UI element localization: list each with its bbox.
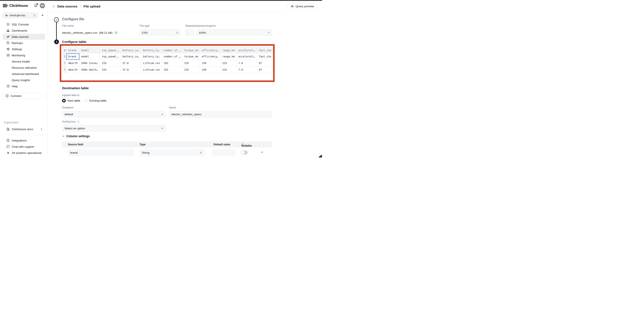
horizontal-scrollbar[interactable] [63, 79, 270, 79]
preview-cell[interactable]: 67 [257, 60, 273, 66]
preview-cell[interactable]: torque_nm [182, 53, 200, 60]
type-select[interactable]: String [140, 150, 204, 156]
preview-cell[interactable]: accelerati… [237, 53, 257, 60]
default-value-input[interactable] [212, 150, 235, 156]
preview-cell[interactable]: 235 [182, 66, 200, 73]
preview-cell[interactable]: 149 [200, 66, 220, 73]
integrations-puzzle-icon [6, 139, 10, 142]
sidebar-item-clickhouse-docs[interactable]: ClickHouse docs [2, 126, 45, 132]
source-field-input[interactable] [68, 150, 134, 156]
preview-cell[interactable]: 67 [257, 66, 273, 73]
sidebar-item-chat-support[interactable]: Chat with support [2, 144, 45, 150]
column-settings-toggle[interactable]: Column settings [62, 134, 90, 138]
sidebar-item-monitoring[interactable]: Monitoring [2, 52, 45, 58]
upload-progress-field: 100% ✕ [196, 30, 272, 36]
preview-column-header: top_speed_… [100, 48, 120, 53]
database-select[interactable]: default [62, 111, 166, 118]
preview-cell[interactable]: 155 [100, 66, 120, 73]
organization-building-icon [6, 128, 10, 131]
select-chevrons-icon [176, 32, 178, 34]
connect-icon [5, 94, 9, 98]
preview-cell[interactable]: 225 [221, 66, 237, 73]
table-preview-highlight-box: #brandmodeltop_speed_…battery_ca…battery… [60, 44, 275, 82]
preview-cell[interactable]: brand [66, 53, 80, 60]
sidebar-item-backups[interactable]: Backups [2, 40, 45, 46]
preview-cell[interactable]: Abarth [66, 60, 80, 66]
separator-input[interactable]: , [185, 30, 194, 36]
table-preview-scroll[interactable]: #brandmodeltop_speed_…battery_ca…battery… [63, 48, 273, 78]
radio-new-table[interactable]: New table [62, 99, 80, 102]
default-value-header: Default value [214, 143, 230, 146]
page-header: Data sources / File upload Query preview [48, 1, 322, 12]
preview-cell[interactable]: 7.0 [237, 60, 257, 66]
column-settings-title: Column settings [66, 134, 90, 138]
file-name-label: File name [62, 24, 74, 27]
info-icon[interactable] [77, 120, 80, 123]
notifications-bell-icon[interactable] [34, 4, 38, 8]
sorting-key-select[interactable]: Select an option [62, 125, 166, 132]
preview-cell[interactable]: 156 [200, 60, 220, 66]
preview-cell[interactable]: 37.8 [121, 66, 141, 73]
avatar[interactable]: SH [40, 3, 45, 8]
sidebar-item-service-health[interactable]: Service health [2, 58, 45, 64]
toggle-knob [241, 151, 244, 154]
step-1-complete-badge [54, 17, 59, 22]
preview-cell[interactable]: 500e Conve… [80, 60, 100, 66]
clear-upload-icon[interactable]: ✕ [268, 31, 270, 34]
preview-cell[interactable]: range_km [221, 53, 237, 60]
preview-column-header: accelerati… [237, 48, 257, 53]
preview-cell[interactable]: battery_ca… [121, 53, 141, 60]
sidebar-item-system-status[interactable]: All systems operational [2, 150, 45, 156]
preview-cell[interactable]: battery_ty… [141, 53, 162, 60]
preview-cell[interactable]: 155 [100, 60, 120, 66]
preview-cell[interactable]: Abarth [66, 66, 80, 73]
preview-row: 3Abarth500e Hatch…15537.8Lithium-ion1922… [63, 66, 273, 73]
sidebar-item-data-sources[interactable]: Data sources [2, 34, 45, 40]
preview-cell[interactable]: fast_cha [257, 53, 273, 60]
sidebar-item-sql-console[interactable]: SQL Console [2, 21, 45, 27]
sidebar-item-resource-utilization[interactable]: Resource utilization [2, 65, 45, 71]
preview-cell[interactable]: 235 [182, 60, 200, 66]
status-label: All systems operational [12, 151, 42, 154]
preview-cell[interactable]: number_of_… [162, 53, 182, 60]
preview-cell[interactable]: 500e Hatch… [80, 66, 100, 73]
chevron-right-icon [40, 128, 43, 130]
nullable-toggle[interactable] [241, 150, 248, 154]
breadcrumb-parent[interactable]: Data sources [58, 4, 78, 8]
preview-cell[interactable]: model [80, 53, 100, 60]
sidebar-item-dashboards[interactable]: Dashboards [2, 28, 45, 34]
select-chevrons-icon [33, 14, 36, 17]
sql-console-icon [6, 22, 10, 26]
table-name-input[interactable]: electric_vehicles_specs [169, 111, 272, 118]
sidebar-item-query-insights[interactable]: Query insights [2, 77, 45, 83]
preview-cell[interactable]: Lithium-ion [141, 60, 162, 66]
preview-cell[interactable]: 192 [162, 66, 182, 73]
preview-cell[interactable]: 37.8 [121, 60, 141, 66]
preview-row-index: 2 [63, 60, 66, 66]
preview-cell[interactable]: 192 [162, 60, 182, 66]
remove-column-icon[interactable]: ✕ [261, 151, 263, 154]
sidebar-item-settings[interactable]: Settings [2, 46, 45, 52]
preview-column-header: range_km [221, 48, 237, 53]
preview-cell[interactable]: top_speed_… [100, 53, 120, 60]
radio-existing-table[interactable]: Existing table [84, 99, 106, 102]
sidebar-item-help[interactable]: Help [2, 83, 45, 89]
service-selector[interactable]: cloud-get-sta... [2, 12, 38, 18]
source-field-header: Source field [68, 143, 83, 146]
preview-cell[interactable]: Lithium-ion [141, 66, 162, 73]
sidebar-item-advanced-dashboard[interactable]: Advanced dashboard [2, 71, 45, 77]
preview-cell[interactable]: 7.0 [237, 66, 257, 73]
query-preview-button[interactable]: Query preview [288, 3, 317, 10]
preview-cell[interactable]: 225 [221, 60, 237, 66]
preview-column-header: battery_ca… [121, 48, 141, 53]
preview-row: 2Abarth500e Conve…15537.8Lithium-ion1922… [63, 60, 273, 66]
connect-button[interactable]: Connect [2, 92, 45, 99]
sidebar-item-label: SQL Console [12, 23, 29, 26]
gcp-cloud-icon [5, 14, 8, 17]
type-value: String [142, 151, 149, 154]
preview-cell[interactable]: efficiency… [200, 53, 220, 60]
sidebar-item-integrations[interactable]: Integrations [2, 138, 45, 144]
file-type-select[interactable]: CSV [140, 30, 181, 36]
add-service-button[interactable]: + [40, 13, 45, 18]
back-chevron-icon[interactable] [52, 5, 55, 8]
